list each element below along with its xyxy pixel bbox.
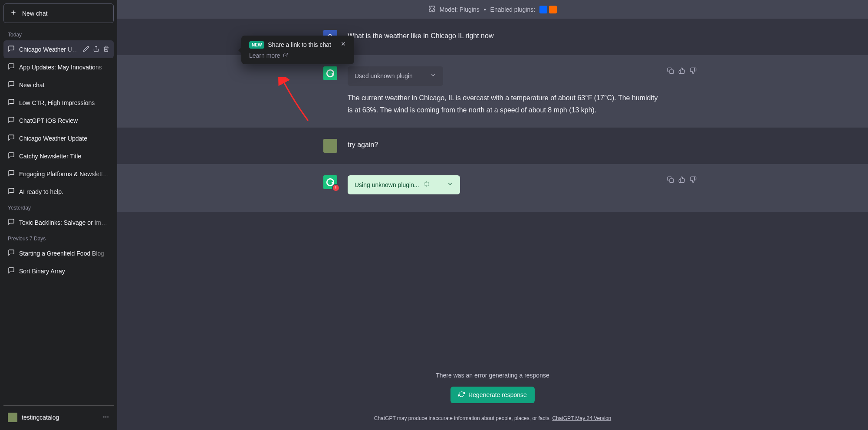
chevron-down-icon	[430, 71, 436, 82]
chat-title: Chicago Weather Update	[19, 135, 109, 142]
thumbs-down-icon[interactable]	[690, 67, 697, 76]
version-link[interactable]: ChatGPT May 24 Version	[552, 415, 611, 421]
message-assistant: Used unknown plugin The current weather …	[117, 55, 868, 128]
chat-title: New chat	[19, 82, 109, 89]
plus-icon	[10, 9, 17, 17]
sidebar: New chat Today Chicago Weather Update	[0, 0, 117, 430]
svg-line-20	[285, 53, 288, 56]
new-chat-button[interactable]: New chat	[3, 3, 114, 23]
chat-icon	[8, 116, 15, 125]
svg-line-11	[425, 182, 426, 183]
chat-item[interactable]: App Updates: May Innovations	[3, 58, 114, 76]
svg-line-16	[427, 182, 428, 183]
message-text: try again?	[348, 139, 662, 153]
svg-rect-8	[670, 70, 674, 74]
message-text: The current weather in Chicago, IL is ov…	[348, 92, 662, 116]
edit-icon[interactable]	[83, 46, 89, 53]
chat-icon	[8, 81, 15, 89]
sidebar-list[interactable]: Today Chicago Weather Update App Updates	[3, 27, 114, 403]
learn-more-link[interactable]: Learn more	[249, 52, 346, 59]
svg-line-12	[427, 185, 428, 186]
section-label-today: Today	[3, 27, 114, 40]
plugin-status-label: Using unknown plugin...	[355, 180, 419, 190]
main: Model: Plugins • Enabled plugins: What i…	[117, 0, 868, 430]
share-icon[interactable]	[93, 46, 99, 53]
chat-title: Low CTR, High Impressions	[19, 99, 109, 106]
chat-title: AI ready to help.	[19, 188, 109, 195]
plugin-status-label: Used unknown plugin	[355, 71, 413, 82]
thumbs-up-icon[interactable]	[678, 176, 685, 185]
chat-icon	[8, 152, 15, 160]
warning-badge-icon: !	[332, 184, 340, 192]
svg-rect-17	[670, 179, 674, 183]
chat-title: App Updates: May Innovations	[19, 64, 109, 71]
user-avatar-icon	[8, 413, 17, 422]
model-header: Model: Plugins • Enabled plugins:	[117, 0, 868, 19]
chat-item[interactable]: Starting a Greenfield Food Blog	[3, 244, 114, 262]
message-text: What is the weather like in Chicago IL r…	[348, 30, 662, 44]
user-menu-button[interactable]: testingcatalog	[3, 408, 114, 427]
share-popover: NEW Share a link to this chat Learn more	[241, 36, 354, 64]
plugin-status-used[interactable]: Used unknown plugin	[348, 66, 443, 86]
chat-icon	[8, 134, 15, 142]
thumbs-down-icon[interactable]	[690, 176, 697, 185]
chat-title: Chicago Weather Update	[19, 46, 79, 53]
chat-item[interactable]: Low CTR, High Impressions	[3, 94, 114, 112]
regenerate-button[interactable]: Regenerate response	[450, 387, 535, 403]
model-label: Model: Plugins	[440, 6, 480, 13]
user-avatar-icon	[323, 139, 337, 153]
external-link-icon	[283, 52, 288, 59]
chat-title: Toxic Backlinks: Salvage or Import	[19, 219, 109, 226]
conversation[interactable]: What is the weather like in Chicago IL r…	[117, 19, 868, 362]
enabled-plugins-label: Enabled plugins:	[490, 6, 536, 13]
separator-dot: •	[484, 6, 486, 13]
copy-icon[interactable]	[667, 176, 674, 185]
chat-item[interactable]: Toxic Backlinks: Salvage or Import	[3, 213, 114, 231]
puzzle-icon	[428, 5, 435, 13]
regenerate-label: Regenerate response	[468, 391, 527, 398]
plugin-icon-1[interactable]	[539, 6, 547, 13]
assistant-avatar-icon	[323, 66, 337, 80]
chat-item[interactable]: Catchy Newsletter Title	[3, 147, 114, 165]
error-text: There was an error generating a response	[117, 372, 868, 379]
sidebar-footer: testingcatalog	[3, 405, 114, 427]
chat-title: Engaging Platforms & Newsletters	[19, 171, 109, 177]
chat-item-active[interactable]: Chicago Weather Update	[3, 40, 114, 58]
chat-icon	[8, 187, 15, 196]
disclaimer-text: ChatGPT may produce inaccurate informati…	[374, 415, 552, 421]
thumbs-up-icon[interactable]	[678, 67, 685, 76]
new-badge: NEW	[249, 41, 264, 49]
chat-icon	[8, 218, 15, 226]
message-user: What is the weather like in Chicago IL r…	[117, 19, 868, 55]
assistant-avatar-icon: !	[323, 175, 337, 189]
new-chat-label: New chat	[22, 10, 47, 17]
chat-icon	[8, 267, 15, 275]
section-label-yesterday: Yesterday	[3, 200, 114, 213]
spinner-icon	[424, 180, 430, 190]
close-icon[interactable]	[340, 41, 346, 49]
message-assistant: ! Using unknown plugin...	[117, 164, 868, 212]
delete-icon[interactable]	[103, 46, 109, 53]
user-name: testingcatalog	[22, 414, 59, 421]
more-icon[interactable]	[102, 414, 109, 422]
chat-icon	[8, 45, 15, 53]
plugin-icon-2[interactable]	[549, 6, 557, 13]
chat-icon	[8, 249, 15, 257]
chat-title: Sort Binary Array	[19, 268, 109, 275]
chat-icon	[8, 63, 15, 71]
svg-point-5	[107, 416, 108, 417]
plugin-status-using[interactable]: Using unknown plugin...	[348, 175, 460, 195]
chat-item[interactable]: New chat	[3, 76, 114, 94]
chat-item[interactable]: AI ready to help.	[3, 183, 114, 200]
chat-title: Catchy Newsletter Title	[19, 153, 109, 160]
bottom-area: There was an error generating a response…	[117, 362, 868, 430]
chat-item[interactable]: Chicago Weather Update	[3, 129, 114, 147]
section-label-prev7: Previous 7 Days	[3, 231, 114, 244]
chat-item[interactable]: Engaging Platforms & Newsletters	[3, 165, 114, 183]
chat-title: Starting a Greenfield Food Blog	[19, 250, 109, 257]
chat-item[interactable]: Sort Binary Array	[3, 262, 114, 280]
chat-item[interactable]: ChatGPT iOS Review	[3, 112, 114, 129]
svg-point-3	[103, 416, 105, 417]
chat-icon	[8, 98, 15, 107]
copy-icon[interactable]	[667, 67, 674, 76]
